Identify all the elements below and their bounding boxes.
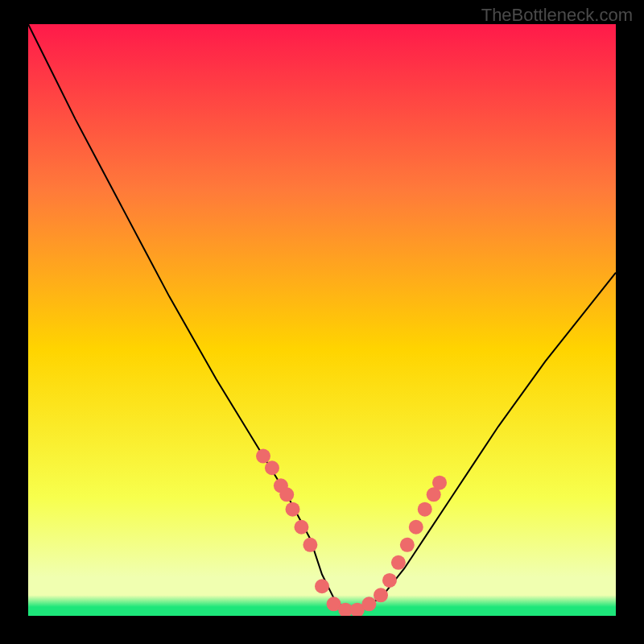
curve-marker	[432, 476, 447, 490]
curve-marker	[391, 555, 406, 570]
chart-background	[28, 24, 616, 616]
curve-marker	[361, 597, 376, 611]
curve-marker	[418, 502, 432, 517]
curve-marker	[279, 487, 294, 502]
chart-svg	[28, 24, 616, 616]
curve-marker	[286, 502, 300, 517]
curve-marker	[374, 588, 388, 602]
curve-marker	[409, 520, 423, 535]
chart-plot-area	[28, 24, 616, 616]
curve-marker	[315, 579, 329, 593]
watermark-text: TheBottleneck.com	[481, 5, 633, 26]
curve-marker	[400, 538, 415, 552]
curve-marker	[294, 520, 308, 535]
curve-marker	[382, 573, 397, 588]
curve-marker	[256, 449, 270, 464]
curve-marker	[265, 460, 279, 475]
curve-marker	[303, 538, 317, 552]
